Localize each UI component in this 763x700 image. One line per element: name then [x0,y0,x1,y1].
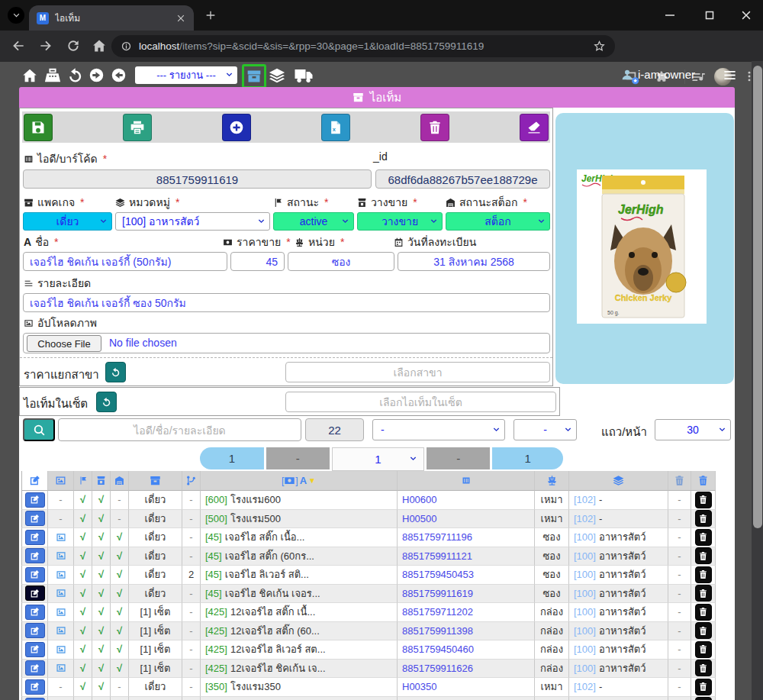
row-edit-button[interactable] [25,605,45,620]
row-edit-button[interactable] [25,623,45,638]
browser-home-icon[interactable] [92,38,107,53]
window-close-button[interactable] [739,8,753,22]
site-info-icon[interactable] [121,40,132,52]
items-nav-button[interactable] [242,64,266,89]
export-excel-button[interactable]: x [321,114,350,141]
row-edit-button[interactable] [25,642,45,657]
header-barcode-column[interactable] [398,471,535,491]
search-button[interactable] [23,418,55,441]
reload-icon[interactable] [66,38,81,53]
row-delete-button[interactable] [695,566,712,583]
clear-button[interactable] [520,114,549,141]
back-icon[interactable] [11,38,26,53]
row-delete-button[interactable] [695,492,712,508]
user-box[interactable]: i-am-owner [621,68,695,81]
branch-select-input[interactable]: เลือกสาขา [285,362,550,382]
page-prev-button[interactable]: - [266,447,330,469]
row-delete-button[interactable] [695,529,712,546]
cell-name: [350]โรงแรม350 [201,678,398,697]
hamburger-menu-icon[interactable] [722,68,738,82]
detail-input[interactable]: เจอร์ไฮ ชิคเก้น เจอร์กี้ ซอง 50กรัม [23,293,550,312]
rows-per-page-select[interactable]: 30 [655,419,731,440]
check-mark: √ [80,588,85,599]
undo-icon[interactable] [67,67,83,83]
row-edit-button[interactable] [25,548,45,563]
row-edit-button[interactable] [25,511,45,526]
truck-icon[interactable] [294,66,313,85]
add-button[interactable] [222,114,251,141]
header-image-column[interactable] [48,471,74,491]
unit-input[interactable]: ซอง [288,252,394,271]
save-button[interactable] [24,114,53,141]
register-date-input[interactable]: 31 สิงหาคม 2568 [398,252,550,271]
window-maximize-button[interactable] [703,8,716,22]
browser-tab[interactable]: M ไอเท็ม [29,5,194,31]
print-button[interactable] [123,114,152,141]
set-items-reset-button[interactable] [96,392,117,412]
bookmark-star-icon[interactable] [593,40,606,53]
sale-select[interactable]: วางขาย [357,212,443,231]
header-category-column[interactable] [569,471,668,491]
row-delete-button[interactable] [695,547,712,564]
header-unit-column[interactable] [535,471,569,491]
cell-delete [691,622,716,641]
header-stock-column[interactable] [111,471,129,491]
image-icon [24,318,34,328]
report-select[interactable]: --- รายงาน --- [135,66,237,84]
package-select[interactable]: เดี่ยว [23,212,112,231]
price-input[interactable]: 45 [230,252,285,271]
row-delete-button[interactable] [695,585,712,602]
stock-select[interactable]: สต็อก [446,212,550,231]
row-delete-button[interactable] [695,660,712,676]
cell-extra: - [668,510,691,529]
row-delete-button[interactable] [695,622,712,639]
arrow-right-circle-icon[interactable] [89,67,105,83]
category-select[interactable]: [100] อาหารสัตว์ [115,212,270,231]
tab-close-icon[interactable] [175,13,186,24]
home-icon[interactable] [21,67,38,84]
favicon: M [37,12,49,24]
page-current-select[interactable]: 1 [332,447,425,471]
page-scrollbar[interactable] [752,61,763,700]
page-last-button[interactable]: 1 [492,447,563,469]
row-delete-button[interactable] [695,641,712,658]
forward-icon[interactable] [38,38,53,53]
row-edit-button[interactable] [25,679,45,695]
row-delete-button[interactable] [695,679,712,695]
header-sale-column[interactable] [92,471,111,491]
arrow-left-circle-icon[interactable] [111,67,127,83]
set-items-input[interactable]: เลือกไอเท็มในเซ็ต [285,392,556,412]
new-tab-button[interactable] [204,9,217,21]
search-input[interactable]: ไอดี/ชื่อ/รายละเอียด [58,418,301,441]
tab-search-button[interactable] [8,7,24,24]
branch-price-reset-button[interactable] [105,362,126,382]
page-first-button[interactable]: 1 [200,447,264,469]
header-flag-column[interactable] [74,471,92,491]
scrollbar-thumb[interactable] [753,66,762,528]
row-edit-button[interactable] [25,585,45,601]
choose-file-button[interactable]: Choose File [27,335,101,352]
header-name-column[interactable]: []A▼ [201,471,398,491]
row-edit-button[interactable] [25,492,45,508]
row-delete-button[interactable] [695,604,712,621]
row-edit-button[interactable] [25,660,45,676]
header-branch-column[interactable] [182,471,201,491]
row-delete-button[interactable] [695,697,712,700]
row-edit-button[interactable] [25,567,45,582]
file-input[interactable]: Choose File No file chosen [23,333,550,353]
check-mark: √ [98,550,104,562]
window-minimize-button[interactable] [663,8,677,22]
filter1-select[interactable]: - [372,419,505,440]
row-edit-button[interactable] [25,530,45,545]
status-select[interactable]: active [273,212,354,231]
cash-register-icon[interactable] [44,67,61,84]
page-next-button[interactable]: - [427,447,490,469]
delete-button[interactable] [420,114,449,141]
header-package-column[interactable] [129,471,182,491]
address-bar[interactable]: localhost/items?sip=&scid=&sis=&rpp=30&p… [111,35,615,57]
row-delete-button[interactable] [695,510,712,527]
name-input[interactable]: เจอร์ไฮ ชิคเก้น เจอร์กี้ (50กรัม) [23,252,227,271]
layers-icon[interactable] [269,67,285,84]
box-icon [353,92,364,103]
filter2-select[interactable]: - [513,419,577,440]
